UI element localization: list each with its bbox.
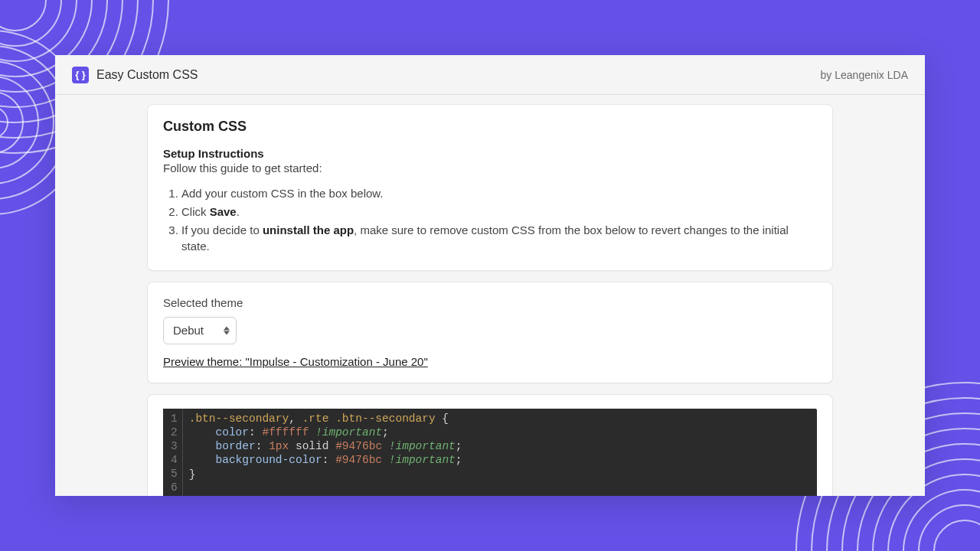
theme-card: Selected theme Debut Preview theme: "Imp… <box>147 282 833 383</box>
step-3: If you decide to uninstall the app, make… <box>181 222 817 256</box>
svg-point-1 <box>0 0 61 46</box>
svg-point-16 <box>919 505 980 551</box>
svg-point-2 <box>0 0 77 61</box>
brand-name: Easy Custom CSS <box>96 68 198 82</box>
editor-code[interactable]: .btn--secondary, .rte .btn--secondary { … <box>183 409 469 496</box>
setup-heading: Setup Instructions <box>163 147 817 160</box>
svg-point-10 <box>0 92 23 153</box>
setup-lead: Follow this guide to get started: <box>163 161 817 174</box>
step-2: Click Save. <box>181 204 817 220</box>
step-1: Add your custom CSS in the box below. <box>181 185 817 202</box>
author-label: by Leangenix LDA <box>821 69 908 81</box>
app-window: { } Easy Custom CSS by Leangenix LDA Cus… <box>55 55 925 496</box>
brand-logo-icon: { } <box>72 67 89 83</box>
theme-label: Selected theme <box>163 296 817 309</box>
theme-select-value: Debut <box>173 324 204 337</box>
preview-theme-link[interactable]: Preview theme: "Impulse - Customization … <box>163 355 428 368</box>
select-arrows-icon <box>224 327 230 335</box>
brand: { } Easy Custom CSS <box>72 67 198 83</box>
svg-point-11 <box>0 77 38 168</box>
editor-card: 1 2 3 4 5 6 .btn--secondary, .rte .btn--… <box>147 394 833 496</box>
setup-steps: Add your custom CSS in the box below. Cl… <box>181 185 817 255</box>
content-area: Custom CSS Setup Instructions Follow thi… <box>55 95 925 496</box>
svg-point-17 <box>903 490 980 551</box>
instructions-card: Custom CSS Setup Instructions Follow thi… <box>147 104 833 271</box>
code-editor[interactable]: 1 2 3 4 5 6 .btn--secondary, .rte .btn--… <box>163 409 817 496</box>
editor-gutter: 1 2 3 4 5 6 <box>163 409 183 496</box>
top-bar: { } Easy Custom CSS by Leangenix LDA <box>55 55 925 95</box>
svg-point-15 <box>934 520 980 551</box>
screenshot-background: { } Easy Custom CSS by Leangenix LDA Cus… <box>0 0 980 551</box>
svg-point-9 <box>0 107 8 138</box>
svg-point-0 <box>0 0 46 31</box>
svg-point-12 <box>0 61 54 184</box>
theme-select[interactable]: Debut <box>163 317 237 344</box>
card-title: Custom CSS <box>163 119 817 135</box>
